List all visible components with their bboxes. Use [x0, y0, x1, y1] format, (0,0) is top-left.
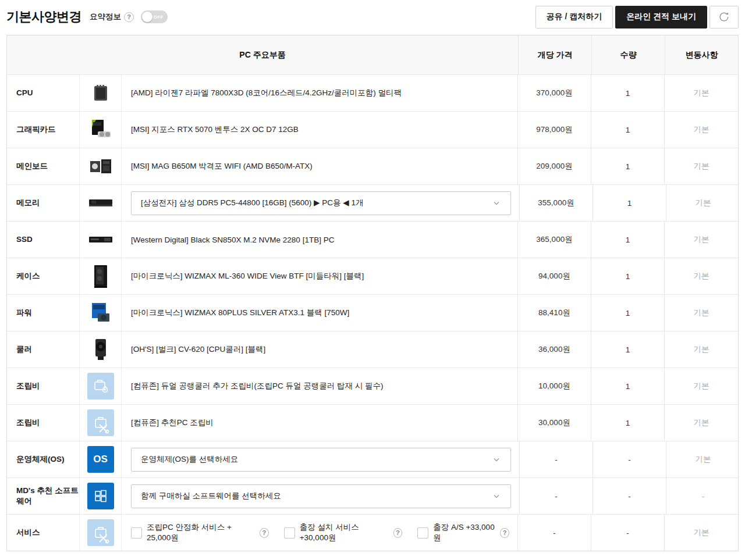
change-status: 기본: [665, 515, 738, 551]
cpu-product-image: [87, 80, 114, 106]
category-label: SSD: [7, 222, 80, 258]
case-product-image: [87, 263, 114, 290]
chevron-down-icon: [492, 198, 501, 208]
unit-price: -: [520, 441, 593, 477]
topbar: 기본사양변경 요약정보 ? OFF 공유 / 캡처하기 온라인 견적 보내기: [6, 3, 739, 30]
unit-price: 30,000원: [518, 405, 591, 441]
share-capture-button[interactable]: 공유 / 캡처하기: [535, 6, 613, 28]
change-status: 기본: [665, 75, 738, 111]
category-label: 조립비: [7, 405, 80, 441]
service-options: 조립PC 안정화 서비스 + 25,000원 ? 출장 설치 서비스 +30,0…: [131, 522, 509, 543]
category-label: 그래픽카드: [7, 112, 80, 148]
help-icon[interactable]: ?: [500, 528, 509, 538]
table-row-assembly-1: 조립비 [컴퓨존] 듀얼 공랭쿨러 추가 조립비(조립PC 듀얼 공랭쿨러 탑재…: [7, 368, 738, 404]
stabilization-checkbox[interactable]: [131, 527, 142, 538]
service-option-label: 출장 설치 서비스 +30,000원: [300, 522, 389, 543]
change-status: 기본: [665, 222, 738, 258]
col-header-unit-price: 개당 가격: [518, 35, 591, 74]
quantity: 1: [591, 222, 665, 258]
service-option-as: 출장 A/S +33,000원 ?: [417, 522, 509, 543]
quantity: 1: [591, 405, 665, 441]
refresh-button[interactable]: [709, 6, 739, 28]
product-name[interactable]: [마이크로닉스] WIZMAX ML-360 WIDE View BTF [미들…: [131, 271, 364, 281]
col-header-parts: PC 주요부품: [7, 35, 518, 74]
product-name[interactable]: [Western Digital] Black SN850X M.2 NVMe …: [131, 236, 334, 244]
category-label: 서비스: [7, 515, 80, 551]
help-icon[interactable]: ?: [124, 12, 134, 22]
quantity: 1: [593, 185, 666, 221]
change-status: 기본: [665, 258, 738, 294]
table-row-ssd: SSD [Western Digital] Black SN850X M.2 N…: [7, 221, 738, 258]
assembly-cooler-icon: [87, 373, 114, 400]
as-checkbox[interactable]: [417, 527, 428, 538]
table-row-power: 파워 [마이크로닉스] WIZMAX 80PLUS SILVER ATX3.1 …: [7, 294, 738, 331]
table-row-software: MD's 추천 소프트웨어 함께 구매하실 소프트웨어를 선택하세요 - - -: [7, 477, 738, 514]
unit-price: 355,000원: [520, 185, 593, 221]
software-select[interactable]: 함께 구매하실 소프트웨어를 선택하세요: [131, 484, 511, 508]
product-name[interactable]: [컴퓨존] 듀얼 공랭쿨러 추가 조립비(조립PC 듀얼 공랭쿨러 탑재 시 필…: [131, 381, 384, 391]
software-select-placeholder: 함께 구매하실 소프트웨어를 선택하세요: [141, 491, 281, 501]
product-name[interactable]: [MSI] 지포스 RTX 5070 벤투스 2X OC D7 12GB: [131, 124, 299, 135]
unit-price: -: [518, 515, 591, 551]
category-label: 메모리: [7, 185, 80, 221]
product-name[interactable]: [AMD] 라이젠7 라파엘 7800X3D (8코어/16스레드/4.2GHz…: [131, 88, 402, 98]
toggle-knob: [142, 12, 152, 22]
table-row-gpu: 그래픽카드 [MSI] 지포스 RTX 5070 벤투스 2X OC D7 12…: [7, 111, 738, 148]
unit-price: 94,000원: [518, 258, 591, 294]
change-status: 기본: [666, 441, 740, 477]
category-label: 쿨러: [7, 331, 80, 368]
unit-price: -: [520, 478, 593, 514]
change-status: 기본: [665, 405, 738, 441]
quantity: -: [593, 441, 666, 477]
unit-price: 36,000원: [518, 331, 591, 368]
unit-price: 88,410원: [518, 295, 591, 331]
unit-price: 209,000원: [518, 148, 591, 184]
unit-price: 365,000원: [518, 222, 591, 258]
table-row-cooler: 쿨러 [OH'S] [벌크] CV-620 [CPU쿨러] [블랙] 36,00…: [7, 331, 738, 368]
install-checkbox[interactable]: [284, 527, 295, 538]
change-status: -: [666, 478, 740, 514]
service-option-install: 출장 설치 서비스 +30,000원 ?: [284, 522, 402, 543]
change-status: 기본: [665, 368, 738, 404]
toggle-state-label: OFF: [154, 15, 164, 20]
product-name[interactable]: [마이크로닉스] WIZMAX 80PLUS SILVER ATX3.1 블랙 …: [131, 308, 349, 318]
table-row-case: 케이스 [마이크로닉스] WIZMAX ML-360 WIDE View BTF…: [7, 258, 738, 294]
memory-product-image: [87, 190, 114, 216]
quantity: -: [591, 515, 665, 551]
software-grid-icon: [87, 483, 114, 509]
product-name[interactable]: [OH'S] [벌크] CV-620 [CPU쿨러] [블랙]: [131, 344, 265, 355]
product-name[interactable]: [MSI] MAG B650M 박격포 WIFI (AMD B650/M-ATX…: [131, 161, 313, 172]
table-row-memory: 메모리 [삼성전자] 삼성 DDR5 PC5-44800 [16GB] (560…: [7, 184, 738, 221]
unit-price: 978,000원: [518, 112, 591, 148]
topbar-actions: 공유 / 캡처하기 온라인 견적 보내기: [535, 6, 739, 28]
help-icon[interactable]: ?: [393, 528, 403, 538]
service-option-label: 출장 A/S +33,000원: [433, 522, 495, 543]
spec-table: PC 주요부품 개당 가격 수량 변동사항 CPU [AMD] 라이젠7 라파엘…: [6, 35, 739, 551]
category-label: 메인보드: [7, 148, 80, 184]
chevron-down-icon: [492, 491, 501, 501]
change-status: 기본: [665, 112, 738, 148]
change-status: 기본: [665, 295, 738, 331]
change-status: 기본: [665, 148, 738, 184]
page-title: 기본사양변경: [6, 8, 81, 26]
category-label: 케이스: [7, 258, 80, 294]
quantity: 1: [591, 295, 665, 331]
quantity: 1: [591, 258, 665, 294]
quantity: 1: [591, 368, 665, 404]
refresh-icon: [718, 10, 730, 23]
memory-select[interactable]: [삼성전자] 삼성 DDR5 PC5-44800 [16GB] (5600) ▶…: [131, 191, 511, 215]
chevron-down-icon: [492, 455, 501, 464]
os-select[interactable]: 운영체제(OS)를 선택하세요: [131, 448, 511, 472]
change-status: 기본: [665, 331, 738, 368]
summary-toggle[interactable]: OFF: [141, 10, 168, 23]
table-row-cpu: CPU [AMD] 라이젠7 라파엘 7800X3D (8코어/16스레드/4.…: [7, 74, 738, 111]
cooler-product-image: [87, 336, 114, 363]
product-name[interactable]: [컴퓨존] 추천PC 조립비: [131, 418, 214, 428]
send-online-quote-button[interactable]: 온라인 견적 보내기: [615, 6, 707, 28]
table-row-service: 서비스 조립PC 안정화 서비스 + 25,000원 ? 출장 설치 서비스 +…: [7, 514, 738, 551]
category-label: 파워: [7, 295, 80, 331]
power-product-image: [87, 299, 114, 326]
change-status: 기본: [666, 185, 740, 221]
help-icon[interactable]: ?: [260, 528, 269, 538]
summary-info-label: 요약정보: [90, 12, 121, 22]
